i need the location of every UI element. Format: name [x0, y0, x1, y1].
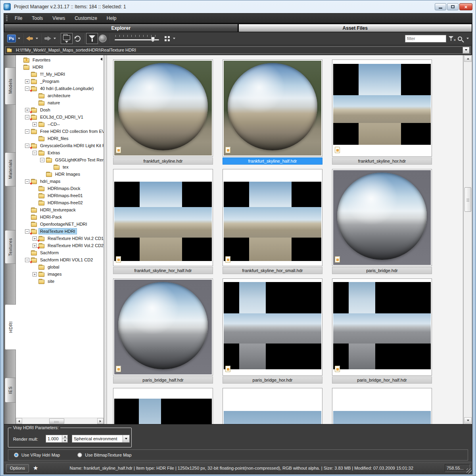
scrollbar-thumb[interactable]	[464, 187, 471, 212]
tree-expander[interactable]: −	[25, 129, 29, 134]
tree-item[interactable]: +RealTexture HDRI Vol.2 CD2	[16, 242, 104, 249]
tree-item[interactable]: tex	[16, 163, 104, 171]
tree-item[interactable]: HDRImaps-free02	[16, 199, 104, 206]
tree-expander[interactable]: −	[25, 258, 29, 262]
view-mode-button[interactable]	[162, 33, 172, 44]
tree-item[interactable]: HDRI	[16, 63, 104, 71]
tree-item[interactable]: HDRI_texturepack	[16, 206, 104, 213]
filter-toggle-button[interactable]	[86, 33, 98, 44]
thumbnail-item[interactable]: frankfurt_skyline.hdr	[113, 60, 214, 165]
close-button[interactable]: ×	[459, 3, 472, 10]
thumbnail-item[interactable]: frankfurt_skyline_hor_small.hdr	[223, 169, 323, 274]
tree-expander[interactable]: −	[25, 86, 29, 91]
tree-expander[interactable]: −	[25, 115, 29, 119]
tree-item[interactable]: site	[16, 278, 104, 285]
tree-expander[interactable]: −	[25, 179, 29, 184]
thumbnail-item[interactable]: frankfurt_skyline_hor.hdr	[332, 60, 433, 165]
resize-grip[interactable]	[466, 468, 472, 474]
scroll-right-button[interactable]	[97, 418, 104, 424]
side-tab-models[interactable]: Models	[5, 67, 15, 105]
tree-item[interactable]: HDRI-Pack	[16, 213, 104, 221]
spin-up-button[interactable]	[62, 435, 67, 439]
tree-expander[interactable]: −	[25, 229, 29, 234]
tree-item[interactable]: −Free HDRI CD collection from EVER	[16, 128, 104, 135]
filter-input[interactable]	[405, 35, 446, 42]
slider-thumb[interactable]	[151, 37, 155, 42]
address-field[interactable]: H:\!!!My_Work\!_Maps\_Maps_sorted\HDRI\R…	[5, 46, 471, 54]
scroll-down-button[interactable]	[464, 417, 472, 424]
tree-item[interactable]: +Dosh	[16, 106, 104, 113]
menu-item-tools[interactable]: Tools	[27, 14, 48, 23]
tree-horizontal-scrollbar[interactable]	[16, 418, 104, 424]
side-tab-textures[interactable]: Textures	[5, 230, 15, 264]
tree-item[interactable]: −Sachform HDRI VOL1 CD2	[16, 256, 104, 263]
render-mult-value[interactable]: 1.000	[46, 435, 62, 442]
clear-filter-button[interactable]: ×	[446, 33, 456, 44]
search-dropdown[interactable]	[465, 33, 470, 44]
tree-item[interactable]: !!!_My_HDRI	[16, 71, 104, 78]
tree-item[interactable]: −RealTexture HDRI	[16, 228, 104, 235]
thumbnail-size-slider[interactable]	[115, 35, 159, 42]
tree-item[interactable]: HDRI_files	[16, 135, 104, 142]
spin-down-button[interactable]	[62, 439, 67, 443]
scroll-up-button[interactable]	[464, 56, 472, 62]
thumbnail-item[interactable]	[332, 388, 433, 424]
grid-vertical-scrollbar[interactable]	[463, 55, 472, 424]
tree-item[interactable]: +images	[16, 271, 104, 278]
tree-item[interactable]: +_Program	[16, 78, 104, 85]
render-mult-spinner[interactable]: 1.000	[46, 435, 68, 443]
tree-item[interactable]: nature	[16, 99, 104, 106]
options-button[interactable]: Options	[6, 464, 29, 472]
menu-item-file[interactable]: File	[10, 14, 27, 23]
tree-item[interactable]: +--CD--	[16, 121, 104, 128]
side-tab-hdri[interactable]: HDRI	[5, 304, 16, 350]
radio-use-bitmaptexture-map[interactable]: Use BitmapTexture Map	[77, 453, 131, 457]
thumbnail-item[interactable]: frankfurt_skyline_hor_half.hdr	[113, 169, 214, 274]
thumbnail-item[interactable]: paris_bridge_hor_half.hdr	[332, 278, 433, 384]
collapse-panel-arrow[interactable]	[100, 58, 102, 61]
tree-item[interactable]: ★Favorites	[16, 56, 104, 63]
tree-item[interactable]: −hdri_maps	[16, 178, 104, 185]
tree-item[interactable]: HDRImaps-Dock	[16, 185, 104, 192]
thumbnail-item[interactable]: paris_bridge_half.hdr	[113, 278, 214, 384]
refresh-button[interactable]	[73, 33, 82, 44]
tree-item[interactable]: −40 hdri (Latitude-Longitude)	[16, 85, 104, 92]
back-dropdown[interactable]	[35, 33, 39, 44]
tree-expander[interactable]: +	[33, 236, 37, 241]
scrollbar-thumb[interactable]	[49, 418, 64, 424]
tree-item[interactable]: OpenfootageNET_HDRI	[16, 221, 104, 228]
tree-item[interactable]: −GreyscaleGorilla HDRI Light Kit Pro	[16, 142, 104, 149]
tree-item[interactable]: architecture	[16, 92, 104, 99]
tree-item[interactable]: HDR Images	[16, 171, 104, 178]
tree-item[interactable]: +RealTexture HDRI Vol.2 CD1	[16, 235, 104, 242]
thumbnail-item[interactable]	[223, 388, 323, 424]
tree-expander[interactable]: +	[25, 79, 29, 84]
back-button[interactable]	[25, 33, 35, 44]
tree-item[interactable]: −EOL3d_CD_HDRI_V1	[16, 113, 104, 121]
photoshop-dropdown[interactable]	[17, 33, 21, 44]
tab-explorer[interactable]: Explorer	[4, 24, 238, 32]
open-folder-button[interactable]	[61, 33, 73, 44]
minimize-button[interactable]	[435, 3, 446, 10]
tree-expander[interactable]: +	[33, 272, 37, 276]
tab-asset-files[interactable]: Asset Files	[238, 24, 472, 32]
tree-expander[interactable]: −	[33, 151, 37, 155]
thumbnail-item[interactable]: paris_bridge.hdr	[332, 169, 433, 274]
tree-expander[interactable]: +	[33, 122, 37, 127]
tree-expander[interactable]: −	[25, 144, 29, 148]
forward-dropdown[interactable]	[52, 33, 57, 44]
tree-item[interactable]: −Extras	[16, 149, 104, 156]
favorite-star-icon[interactable]: ★	[33, 464, 38, 472]
photoshop-button[interactable]: Ps	[6, 33, 17, 44]
menu-item-customize[interactable]: Customize	[70, 14, 102, 23]
thumbnail-item[interactable]	[113, 388, 214, 424]
tree-expander[interactable]: +	[25, 108, 29, 112]
radio-use-vray-hdri-map[interactable]: Use VRay Hdri Map	[14, 453, 60, 457]
panel-splitter[interactable]	[104, 55, 107, 424]
tree-item[interactable]: Sachform	[16, 249, 104, 256]
menu-item-views[interactable]: Views	[48, 14, 70, 23]
mapping-type-select[interactable]: Spherical environment	[72, 435, 130, 443]
tree-expander[interactable]: −	[40, 158, 44, 162]
tree-expander[interactable]: +	[33, 244, 37, 248]
scrollbar-track[interactable]	[22, 418, 97, 424]
